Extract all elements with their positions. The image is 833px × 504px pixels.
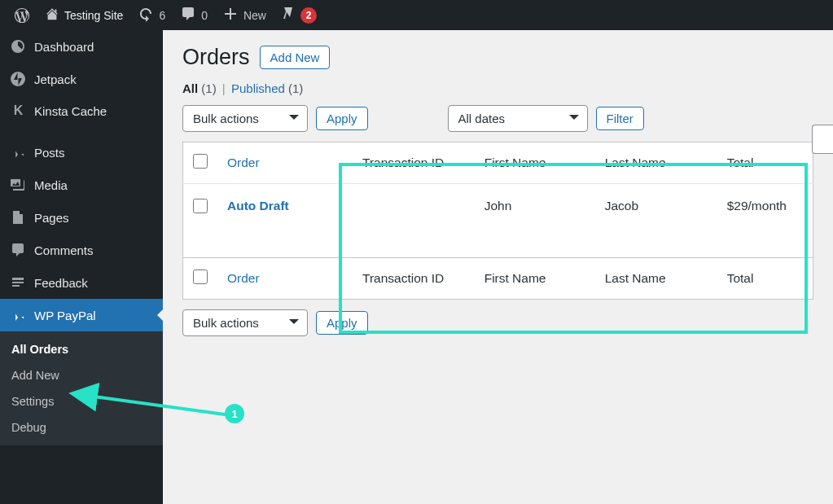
content-area: Orders Add New All (1) | Published (1) B… xyxy=(163,30,833,504)
orders-table: Order Transaction ID First Name Last Nam… xyxy=(182,142,813,300)
col-firstname-footer: First Name xyxy=(475,258,595,300)
submenu-all-orders[interactable]: All Orders xyxy=(0,336,163,362)
submenu-settings[interactable]: Settings xyxy=(0,388,163,414)
sidebar-label: Feedback xyxy=(34,276,88,290)
sidebar-item-comments[interactable]: Comments xyxy=(0,234,163,266)
col-transaction-header: Transaction ID xyxy=(353,142,475,184)
sidebar-submenu: All Orders Add New Settings Debug xyxy=(0,331,163,445)
plus-icon xyxy=(222,6,239,24)
site-link[interactable]: Testing Site xyxy=(37,0,130,30)
sidebar-item-kinsta[interactable]: K Kinsta Cache xyxy=(0,95,163,126)
jetpack-icon xyxy=(10,71,26,87)
annotation-badge: 1 xyxy=(225,404,244,423)
cell-lastname: Jacob xyxy=(595,184,717,258)
sidebar-label: Dashboard xyxy=(34,40,94,54)
dates-select[interactable]: All dates xyxy=(448,105,588,132)
apply-button-bottom[interactable]: Apply xyxy=(316,311,368,335)
search-input-partial[interactable] xyxy=(812,125,833,154)
admin-sidebar: Dashboard Jetpack K Kinsta Cache Posts M… xyxy=(0,30,163,504)
col-total-footer: Total xyxy=(717,258,813,300)
yoast-link[interactable]: 2 xyxy=(274,0,324,30)
site-title: Testing Site xyxy=(64,9,123,22)
kinsta-icon: K xyxy=(10,103,26,118)
page-title: Orders xyxy=(182,45,250,70)
sidebar-item-jetpack[interactable]: Jetpack xyxy=(0,63,163,95)
col-order-header[interactable]: Order xyxy=(227,156,260,169)
filter-all-label[interactable]: All xyxy=(182,81,198,95)
comments-icon xyxy=(10,242,26,258)
status-filters: All (1) | Published (1) xyxy=(182,81,813,95)
row-checkbox[interactable] xyxy=(193,199,208,213)
sidebar-label: Media xyxy=(34,178,68,192)
col-total-header: Total xyxy=(717,142,813,184)
wp-logo[interactable] xyxy=(7,0,37,30)
add-new-button[interactable]: Add New xyxy=(260,46,331,69)
sidebar-label: Pages xyxy=(34,211,69,225)
table-row: Auto Draft John Jacob $29/month xyxy=(183,184,813,258)
select-all-checkbox[interactable] xyxy=(193,154,208,169)
sidebar-item-feedback[interactable]: Feedback xyxy=(0,266,163,299)
sidebar-item-media[interactable]: Media xyxy=(0,169,163,201)
col-lastname-footer: Last Name xyxy=(595,258,717,300)
comment-icon xyxy=(180,6,196,24)
home-icon xyxy=(45,7,59,24)
sidebar-item-pages[interactable]: Pages xyxy=(0,201,163,234)
new-label: New xyxy=(243,9,266,22)
filter-button[interactable]: Filter xyxy=(596,107,644,130)
refresh-icon xyxy=(138,6,154,24)
yoast-badge: 2 xyxy=(300,7,317,24)
col-lastname-header: Last Name xyxy=(595,142,717,184)
comments-link[interactable]: 0 xyxy=(173,0,215,30)
svg-point-0 xyxy=(11,72,25,86)
sidebar-item-posts[interactable]: Posts xyxy=(0,136,163,169)
submenu-add-new[interactable]: Add New xyxy=(0,362,163,388)
bulk-actions-select-bottom[interactable]: Bulk actions xyxy=(182,309,308,336)
new-link[interactable]: New xyxy=(215,0,274,30)
sidebar-label: Comments xyxy=(34,243,94,257)
bulk-actions-select[interactable]: Bulk actions xyxy=(182,105,308,132)
cell-firstname: John xyxy=(475,184,595,258)
row-title-link[interactable]: Auto Draft xyxy=(227,199,289,213)
col-order-footer[interactable]: Order xyxy=(227,271,260,285)
filter-all-count: (1) xyxy=(201,81,216,95)
pin-icon xyxy=(10,307,26,323)
media-icon xyxy=(10,177,26,193)
col-transaction-footer: Transaction ID xyxy=(353,258,475,300)
updates-count: 6 xyxy=(159,9,165,22)
page-icon xyxy=(10,209,26,226)
sidebar-item-dashboard[interactable]: Dashboard xyxy=(0,30,163,63)
sidebar-label: Jetpack xyxy=(34,72,77,86)
comments-count: 0 xyxy=(201,9,208,22)
dashboard-icon xyxy=(10,38,26,55)
sidebar-label: Posts xyxy=(34,146,65,160)
cell-total: $29/month xyxy=(717,184,813,258)
sidebar-label: Kinsta Cache xyxy=(34,104,107,118)
submenu-debug[interactable]: Debug xyxy=(0,414,163,440)
wordpress-icon xyxy=(14,7,30,24)
yoast-icon xyxy=(281,6,297,24)
col-firstname-header: First Name xyxy=(475,142,595,184)
sidebar-label: WP PayPal xyxy=(34,309,96,322)
filter-published-link[interactable]: Published (1) xyxy=(231,81,303,95)
cell-transaction xyxy=(353,184,475,258)
admin-bar: Testing Site 6 0 New 2 xyxy=(0,0,833,30)
sidebar-item-wp-paypal[interactable]: WP PayPal xyxy=(0,299,163,331)
updates-link[interactable]: 6 xyxy=(130,0,173,30)
apply-button[interactable]: Apply xyxy=(316,107,368,130)
feedback-icon xyxy=(10,274,26,291)
pin-icon xyxy=(10,144,26,160)
select-all-checkbox-footer[interactable] xyxy=(193,270,208,284)
